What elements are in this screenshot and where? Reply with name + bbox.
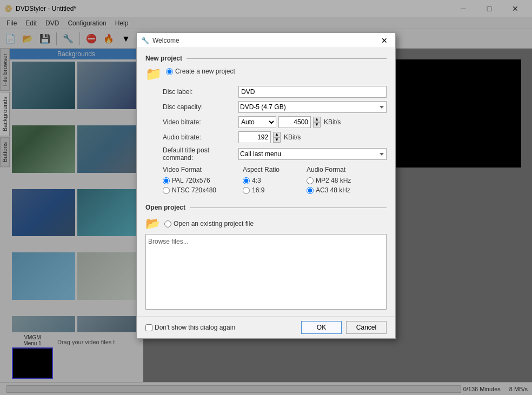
modal-titlebar: 🔧 Welcome ✕ [137, 33, 395, 48]
disc-label-label: Disc label: [163, 88, 238, 96]
create-radio-label[interactable]: Create a new project [166, 68, 235, 75]
modal-overlay: 🔧 Welcome ✕ New project 📁 Create a new p… [0, 0, 532, 395]
video-bitrate-mode-select[interactable]: Auto CBR VBR [238, 116, 276, 128]
modal-buttons: OK Cancel [301, 321, 387, 334]
aspect-43-radio-input[interactable] [243, 177, 250, 184]
audio-bitrate-controls: ▲ ▼ KBit/s [238, 131, 301, 143]
audio-format-title: Audio Format [307, 166, 351, 173]
audio-bitrate-up[interactable]: ▲ [273, 132, 281, 137]
open-folder-icon: 📂 [145, 217, 160, 231]
audio-bitrate-input[interactable] [238, 131, 271, 143]
audio-bitrate-label: Audio bitrate: [163, 133, 238, 141]
mp2-radio-input[interactable] [307, 177, 314, 184]
ok-button[interactable]: OK [301, 321, 342, 334]
video-format-title: Video Format [163, 166, 238, 173]
welcome-dialog: 🔧 Welcome ✕ New project 📁 Create a new p… [136, 32, 396, 339]
aspect-169-radio-label[interactable]: 16:9 [243, 186, 302, 194]
audio-bitrate-down[interactable]: ▼ [273, 137, 281, 143]
modal-body: New project 📁 Create a new project Disc … [137, 48, 395, 314]
ntsc-radio-input[interactable] [163, 187, 170, 194]
ac3-radio-input[interactable] [307, 187, 314, 194]
disc-capacity-label: Disc capacity: [163, 103, 238, 111]
folder-icon: 📁 [145, 66, 162, 82]
pal-radio-label[interactable]: PAL 720x576 [163, 177, 238, 184]
dont-show-label: Don't show this dialog again [155, 324, 235, 331]
video-bitrate-spinner: ▲ ▼ [313, 117, 321, 128]
open-radio-label[interactable]: Open an existing project file [164, 220, 254, 227]
video-bitrate-input[interactable] [278, 116, 311, 128]
new-project-header: 📁 Create a new project [145, 68, 387, 82]
video-format-group: Video Format PAL 720x576 NTSC 720x480 [163, 166, 238, 194]
video-bitrate-label: Video bitrate: [163, 118, 238, 126]
audio-format-group: Audio Format MP2 48 kHz AC3 48 kHz [307, 166, 351, 194]
video-bitrate-row: Video bitrate: Auto CBR VBR ▲ ▼ KBit/s [145, 116, 387, 128]
open-radio-input[interactable] [164, 220, 171, 227]
file-list[interactable]: Browse files... [145, 234, 387, 310]
pal-radio-input[interactable] [163, 177, 170, 184]
video-bitrate-unit: KBit/s [324, 118, 341, 126]
default-title-label: Default title post command: [163, 146, 238, 162]
modal-title: Welcome [152, 37, 179, 44]
modal-close-button[interactable]: ✕ [378, 35, 391, 46]
video-bitrate-controls: Auto CBR VBR ▲ ▼ KBit/s [238, 116, 341, 128]
disc-capacity-row: Disc capacity: DVD-5 (4.7 GB) DVD-9 (8.5… [145, 101, 387, 113]
aspect-169-radio-input[interactable] [243, 187, 250, 194]
audio-bitrate-spinner: ▲ ▼ [273, 132, 281, 143]
open-project-section: Open project 📂 Open an existing project … [145, 204, 387, 310]
video-bitrate-down[interactable]: ▼ [313, 122, 321, 128]
disc-label-row: Disc label: [145, 86, 387, 98]
aspect-ratio-title: Aspect Ratio [243, 166, 302, 173]
create-radio-item: Create a new project [166, 68, 235, 75]
aspect-ratio-group: Aspect Ratio 4:3 16:9 [243, 166, 302, 194]
aspect-43-radio-label[interactable]: 4:3 [243, 177, 302, 184]
ac3-radio-label[interactable]: AC3 48 kHz [307, 186, 351, 194]
cancel-button[interactable]: Cancel [346, 321, 387, 334]
modal-title-left: 🔧 Welcome [141, 37, 179, 44]
disc-label-input[interactable] [238, 86, 387, 98]
default-title-select[interactable]: Call last menu Stop [238, 148, 387, 160]
default-title-row: Default title post command: Call last me… [145, 146, 387, 162]
create-radio-input[interactable] [166, 68, 173, 75]
mp2-radio-label[interactable]: MP2 48 kHz [307, 177, 351, 184]
dont-show-checkbox[interactable] [145, 324, 152, 331]
dont-show-row: Don't show this dialog again [145, 324, 235, 331]
audio-bitrate-unit: KBit/s [284, 133, 301, 141]
spacer [145, 194, 387, 198]
open-project-section-title: Open project [145, 204, 387, 211]
video-bitrate-up[interactable]: ▲ [313, 117, 321, 122]
browse-files-label[interactable]: Browse files... [148, 237, 384, 246]
ntsc-radio-label[interactable]: NTSC 720x480 [163, 186, 238, 194]
new-project-section-title: New project [145, 55, 387, 62]
disc-capacity-select[interactable]: DVD-5 (4.7 GB) DVD-9 (8.5 GB) DVD-R (4.4… [238, 101, 387, 113]
open-project-header: 📂 Open an existing project file [145, 217, 387, 231]
modal-footer: Don't show this dialog again OK Cancel [137, 316, 395, 338]
audio-bitrate-row: Audio bitrate: ▲ ▼ KBit/s [145, 131, 387, 143]
radio-groups: Video Format PAL 720x576 NTSC 720x480 As… [145, 166, 387, 194]
modal-icon: 🔧 [141, 37, 149, 44]
